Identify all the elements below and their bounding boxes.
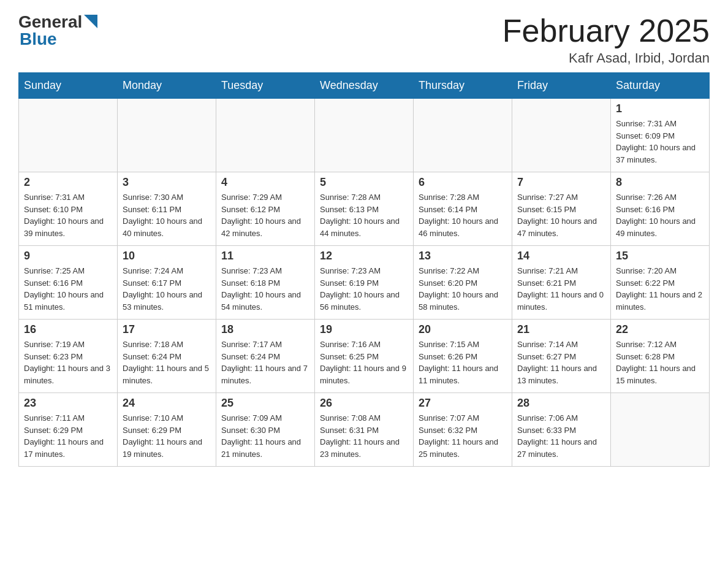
day-number: 8 xyxy=(616,176,704,189)
calendar-cell: 3Sunrise: 7:30 AM Sunset: 6:11 PM Daylig… xyxy=(118,172,216,246)
day-number: 12 xyxy=(320,250,408,262)
day-number: 27 xyxy=(419,397,507,410)
calendar-cell: 17Sunrise: 7:18 AM Sunset: 6:24 PM Dayli… xyxy=(118,320,216,393)
calendar-cell: 6Sunrise: 7:28 AM Sunset: 6:14 PM Daylig… xyxy=(414,172,512,246)
week-row-1: 1Sunrise: 7:31 AM Sunset: 6:09 PM Daylig… xyxy=(19,99,710,172)
calendar-cell: 22Sunrise: 7:12 AM Sunset: 6:28 PM Dayli… xyxy=(611,320,710,393)
calendar-cell: 26Sunrise: 7:08 AM Sunset: 6:31 PM Dayli… xyxy=(315,393,414,467)
calendar-cell: 11Sunrise: 7:23 AM Sunset: 6:18 PM Dayli… xyxy=(216,246,315,320)
day-number: 24 xyxy=(123,397,211,410)
day-info: Sunrise: 7:09 AM Sunset: 6:30 PM Dayligh… xyxy=(221,412,309,460)
day-info: Sunrise: 7:29 AM Sunset: 6:12 PM Dayligh… xyxy=(221,191,309,239)
calendar-cell: 15Sunrise: 7:20 AM Sunset: 6:22 PM Dayli… xyxy=(611,246,710,320)
day-number: 18 xyxy=(221,323,309,336)
day-number: 21 xyxy=(517,323,605,336)
day-number: 28 xyxy=(517,397,605,410)
day-number: 3 xyxy=(123,176,211,189)
day-info: Sunrise: 7:22 AM Sunset: 6:20 PM Dayligh… xyxy=(419,265,507,313)
calendar-cell: 24Sunrise: 7:10 AM Sunset: 6:29 PM Dayli… xyxy=(118,393,216,467)
calendar-cell xyxy=(512,99,611,172)
day-info: Sunrise: 7:06 AM Sunset: 6:33 PM Dayligh… xyxy=(517,412,605,460)
day-info: Sunrise: 7:31 AM Sunset: 6:09 PM Dayligh… xyxy=(616,118,704,166)
month-title: February 2025 xyxy=(502,12,710,49)
col-friday: Friday xyxy=(512,73,611,99)
calendar-cell: 21Sunrise: 7:14 AM Sunset: 6:27 PM Dayli… xyxy=(512,320,611,393)
calendar-cell xyxy=(315,99,414,172)
day-info: Sunrise: 7:08 AM Sunset: 6:31 PM Dayligh… xyxy=(320,412,408,460)
day-number: 19 xyxy=(320,323,408,336)
day-number: 14 xyxy=(517,250,605,262)
calendar-table: Sunday Monday Tuesday Wednesday Thursday… xyxy=(18,72,710,467)
day-number: 20 xyxy=(419,323,507,336)
calendar-cell: 28Sunrise: 7:06 AM Sunset: 6:33 PM Dayli… xyxy=(512,393,611,467)
day-number: 7 xyxy=(517,176,605,189)
day-info: Sunrise: 7:16 AM Sunset: 6:25 PM Dayligh… xyxy=(320,339,408,386)
day-info: Sunrise: 7:18 AM Sunset: 6:24 PM Dayligh… xyxy=(123,339,211,386)
col-saturday: Saturday xyxy=(611,73,710,99)
day-number: 15 xyxy=(616,250,704,262)
day-info: Sunrise: 7:28 AM Sunset: 6:13 PM Dayligh… xyxy=(320,191,408,239)
week-row-4: 16Sunrise: 7:19 AM Sunset: 6:23 PM Dayli… xyxy=(19,320,710,393)
day-info: Sunrise: 7:21 AM Sunset: 6:21 PM Dayligh… xyxy=(517,265,605,313)
day-info: Sunrise: 7:12 AM Sunset: 6:28 PM Dayligh… xyxy=(616,339,704,386)
calendar-cell: 25Sunrise: 7:09 AM Sunset: 6:30 PM Dayli… xyxy=(216,393,315,467)
day-number: 13 xyxy=(419,250,507,262)
day-number: 11 xyxy=(221,250,309,262)
day-info: Sunrise: 7:25 AM Sunset: 6:16 PM Dayligh… xyxy=(24,265,112,313)
col-sunday: Sunday xyxy=(19,73,118,99)
calendar-cell xyxy=(118,99,216,172)
day-number: 2 xyxy=(24,176,112,189)
day-info: Sunrise: 7:30 AM Sunset: 6:11 PM Dayligh… xyxy=(123,191,211,239)
calendar-cell: 12Sunrise: 7:23 AM Sunset: 6:19 PM Dayli… xyxy=(315,246,414,320)
day-info: Sunrise: 7:20 AM Sunset: 6:22 PM Dayligh… xyxy=(616,265,704,313)
calendar-cell: 16Sunrise: 7:19 AM Sunset: 6:23 PM Dayli… xyxy=(19,320,118,393)
svg-marker-0 xyxy=(84,15,97,28)
day-info: Sunrise: 7:11 AM Sunset: 6:29 PM Dayligh… xyxy=(24,412,112,460)
day-info: Sunrise: 7:07 AM Sunset: 6:32 PM Dayligh… xyxy=(419,412,507,460)
logo-triangle-icon xyxy=(84,15,97,31)
calendar-cell: 14Sunrise: 7:21 AM Sunset: 6:21 PM Dayli… xyxy=(512,246,611,320)
page-header: General Blue February 2025 Kafr Asad, Ir… xyxy=(18,12,710,66)
calendar-cell: 10Sunrise: 7:24 AM Sunset: 6:17 PM Dayli… xyxy=(118,246,216,320)
day-info: Sunrise: 7:23 AM Sunset: 6:19 PM Dayligh… xyxy=(320,265,408,313)
calendar-cell: 20Sunrise: 7:15 AM Sunset: 6:26 PM Dayli… xyxy=(414,320,512,393)
calendar-cell: 4Sunrise: 7:29 AM Sunset: 6:12 PM Daylig… xyxy=(216,172,315,246)
calendar-cell xyxy=(611,393,710,467)
day-number: 25 xyxy=(221,397,309,410)
day-number: 4 xyxy=(221,176,309,189)
calendar-cell: 18Sunrise: 7:17 AM Sunset: 6:24 PM Dayli… xyxy=(216,320,315,393)
day-number: 1 xyxy=(616,102,704,115)
day-info: Sunrise: 7:24 AM Sunset: 6:17 PM Dayligh… xyxy=(123,265,211,313)
day-info: Sunrise: 7:19 AM Sunset: 6:23 PM Dayligh… xyxy=(24,339,112,386)
day-info: Sunrise: 7:15 AM Sunset: 6:26 PM Dayligh… xyxy=(419,339,507,386)
day-number: 6 xyxy=(419,176,507,189)
logo: General Blue xyxy=(18,12,97,49)
week-row-5: 23Sunrise: 7:11 AM Sunset: 6:29 PM Dayli… xyxy=(19,393,710,467)
day-info: Sunrise: 7:10 AM Sunset: 6:29 PM Dayligh… xyxy=(123,412,211,460)
calendar-cell: 2Sunrise: 7:31 AM Sunset: 6:10 PM Daylig… xyxy=(19,172,118,246)
calendar-cell: 7Sunrise: 7:27 AM Sunset: 6:15 PM Daylig… xyxy=(512,172,611,246)
logo-blue-text: Blue xyxy=(20,29,57,49)
day-info: Sunrise: 7:31 AM Sunset: 6:10 PM Dayligh… xyxy=(24,191,112,239)
calendar-cell: 13Sunrise: 7:22 AM Sunset: 6:20 PM Dayli… xyxy=(414,246,512,320)
calendar-cell: 23Sunrise: 7:11 AM Sunset: 6:29 PM Dayli… xyxy=(19,393,118,467)
col-monday: Monday xyxy=(118,73,216,99)
day-info: Sunrise: 7:14 AM Sunset: 6:27 PM Dayligh… xyxy=(517,339,605,386)
day-info: Sunrise: 7:26 AM Sunset: 6:16 PM Dayligh… xyxy=(616,191,704,239)
calendar-cell: 19Sunrise: 7:16 AM Sunset: 6:25 PM Dayli… xyxy=(315,320,414,393)
calendar-cell: 5Sunrise: 7:28 AM Sunset: 6:13 PM Daylig… xyxy=(315,172,414,246)
calendar-cell xyxy=(19,99,118,172)
day-number: 5 xyxy=(320,176,408,189)
location-subtitle: Kafr Asad, Irbid, Jordan xyxy=(502,50,710,66)
day-info: Sunrise: 7:17 AM Sunset: 6:24 PM Dayligh… xyxy=(221,339,309,386)
day-info: Sunrise: 7:27 AM Sunset: 6:15 PM Dayligh… xyxy=(517,191,605,239)
calendar-cell xyxy=(216,99,315,172)
day-number: 26 xyxy=(320,397,408,410)
day-number: 9 xyxy=(24,250,112,262)
calendar-cell: 1Sunrise: 7:31 AM Sunset: 6:09 PM Daylig… xyxy=(611,99,710,172)
week-row-3: 9Sunrise: 7:25 AM Sunset: 6:16 PM Daylig… xyxy=(19,246,710,320)
col-wednesday: Wednesday xyxy=(315,73,414,99)
title-area: February 2025 Kafr Asad, Irbid, Jordan xyxy=(502,12,710,66)
day-info: Sunrise: 7:23 AM Sunset: 6:18 PM Dayligh… xyxy=(221,265,309,313)
day-number: 17 xyxy=(123,323,211,336)
